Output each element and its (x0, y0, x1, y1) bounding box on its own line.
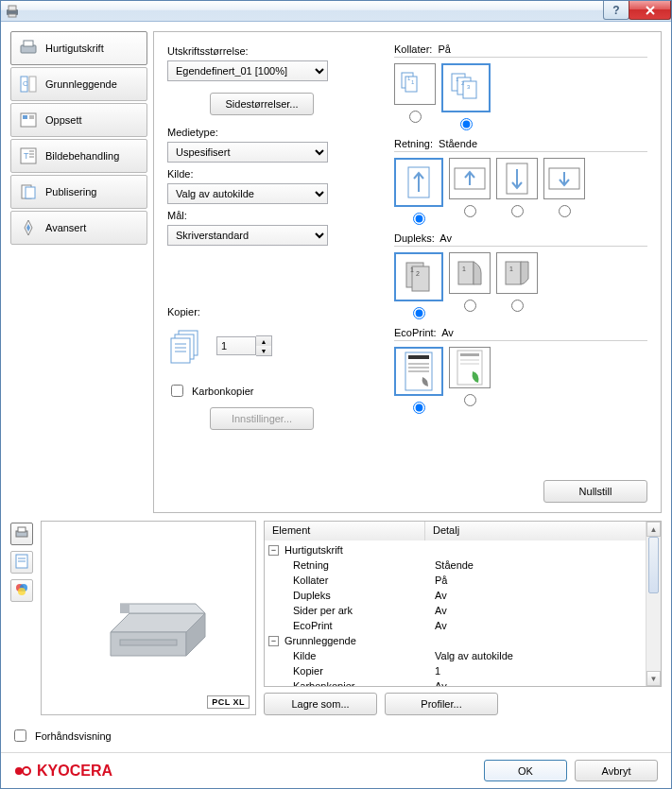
tab-label: Hurtigutskrift (45, 43, 104, 54)
orient-portrait-rot-radio[interactable] (511, 205, 524, 217)
media-type-label: Medietype: (167, 127, 356, 138)
summary-row[interactable]: Kopier1 (268, 663, 642, 678)
copies-label: Kopier: (167, 306, 356, 317)
help-button[interactable]: ? (603, 1, 629, 20)
col-element-header[interactable]: Element (265, 522, 425, 540)
svg-text:1: 1 (509, 266, 513, 272)
tree-group-label: Hurtigutskrift (284, 544, 343, 556)
summary-value: Av (435, 680, 642, 686)
carbon-copies-checkbox[interactable] (171, 385, 183, 397)
summary-value: På (435, 575, 642, 586)
titlebar: ? (1, 1, 671, 22)
summary-row[interactable]: KarbonkopierAv (268, 678, 642, 686)
preview-tab-printer[interactable] (10, 523, 33, 545)
driver-badge: PCL XL (207, 695, 250, 709)
summary-value: Av (435, 620, 642, 631)
publishing-icon (19, 182, 38, 201)
orient-portrait-radio[interactable] (413, 213, 425, 225)
advanced-icon (19, 218, 38, 237)
save-as-button[interactable]: Lagre som... (264, 693, 377, 715)
svg-point-77 (15, 767, 23, 775)
tab-label: Publisering (45, 186, 96, 197)
summary-scrollbar[interactable]: ▲ ▼ (646, 522, 661, 686)
svg-text:2: 2 (416, 270, 420, 277)
page-sizes-button[interactable]: Sidestørrelser... (210, 93, 314, 115)
imaging-icon: T (19, 146, 38, 165)
print-preferences-window: ? Hurtigutskrift C Grunnlegge (0, 0, 672, 789)
profiles-button[interactable]: Profiler... (385, 693, 498, 715)
copies-spin-down[interactable]: ▼ (256, 346, 271, 355)
tree-expander[interactable]: − (268, 636, 279, 646)
summary-row[interactable]: KildeValg av autokilde (268, 648, 642, 663)
print-size-select[interactable]: Egendefinert_01 [100%] (167, 60, 328, 81)
orient-portrait-thumb[interactable] (394, 158, 443, 207)
preview-tab-page[interactable] (10, 551, 33, 574)
summary-row[interactable]: Sider per arkAv (268, 603, 642, 618)
summary-value: Stående (435, 559, 642, 571)
col-detail-header[interactable]: Detalj (425, 522, 661, 540)
tree-expander[interactable]: − (268, 545, 279, 556)
svg-rect-52 (506, 262, 521, 284)
tab-layout[interactable]: Oppsett (10, 103, 147, 137)
copies-icon (167, 327, 205, 365)
svg-rect-55 (408, 355, 429, 359)
orient-portrait-rot-thumb[interactable] (496, 158, 538, 199)
svg-rect-2 (9, 14, 16, 17)
tab-imaging[interactable]: T Bildebehandling (10, 139, 147, 173)
orient-landscape-radio[interactable] (464, 205, 476, 217)
tab-publishing[interactable]: Publisering (10, 175, 147, 209)
cancel-button[interactable]: Avbryt (575, 760, 658, 781)
summary-row[interactable]: DupleksAv (268, 588, 642, 603)
svg-rect-60 (460, 353, 479, 356)
media-type-select[interactable]: Uspesifisert (167, 142, 328, 163)
source-select[interactable]: Valg av autokilde (167, 183, 328, 204)
copies-input[interactable] (216, 336, 256, 355)
preview-checkbox[interactable] (14, 729, 26, 742)
summary-key: Karbonkopier (293, 680, 354, 686)
copies-spin-up[interactable]: ▲ (256, 336, 271, 346)
summary-row[interactable]: EcoPrintAv (268, 618, 642, 633)
duplex-long-radio[interactable] (464, 300, 476, 312)
eco-on-thumb[interactable] (449, 347, 491, 388)
scroll-up-button[interactable]: ▲ (646, 522, 661, 537)
orient-landscape-thumb[interactable] (449, 158, 491, 199)
eco-on-radio[interactable] (464, 394, 476, 406)
svg-point-78 (23, 767, 30, 775)
summary-value: Av (435, 605, 642, 616)
scroll-thumb[interactable] (648, 537, 659, 593)
summary-value: Valg av autokilde (435, 650, 642, 661)
preview-tab-color[interactable] (10, 579, 33, 602)
svg-point-70 (18, 588, 26, 595)
quick-print-icon (19, 39, 38, 58)
summary-key: Kollater (293, 575, 328, 586)
collate-off-radio[interactable] (409, 111, 422, 123)
summary-row[interactable]: KollaterPå (268, 573, 642, 588)
summary-value: 1 (435, 665, 642, 677)
reset-button[interactable]: Nullstill (543, 480, 647, 503)
orient-landscape-rot-radio[interactable] (559, 205, 571, 217)
collate-on-thumb[interactable]: 123 (441, 63, 491, 112)
eco-off-thumb[interactable] (394, 347, 443, 396)
duplex-short-radio[interactable] (511, 300, 524, 312)
eco-off-radio[interactable] (413, 402, 425, 414)
tab-quick-print[interactable]: Hurtigutskrift (10, 31, 147, 65)
duplex-off-radio[interactable] (413, 307, 425, 319)
duplex-off-thumb[interactable]: 12 (394, 252, 443, 301)
tab-advanced[interactable]: Avansert (10, 211, 147, 245)
duplex-short-thumb[interactable]: 1 (496, 252, 538, 294)
tab-basic[interactable]: C Grunnleggende (10, 67, 147, 101)
close-button[interactable] (629, 1, 671, 20)
collate-on-radio[interactable] (460, 118, 473, 130)
svg-text:C: C (23, 79, 28, 88)
orient-landscape-rot-thumb[interactable] (543, 158, 585, 199)
summary-key: Kilde (293, 650, 316, 661)
duplex-long-thumb[interactable]: 1 (449, 252, 491, 294)
destination-select[interactable]: Skriverstandard (167, 225, 328, 246)
ok-button[interactable]: OK (484, 760, 567, 781)
summary-key: EcoPrint (293, 620, 333, 631)
collate-off-thumb[interactable]: 11 (394, 63, 436, 105)
summary-row[interactable]: RetningStående (268, 557, 642, 573)
orientation-title: Retning: Stående (394, 138, 647, 149)
summary-key: Kopier (293, 665, 323, 677)
scroll-down-button[interactable]: ▼ (646, 671, 661, 686)
